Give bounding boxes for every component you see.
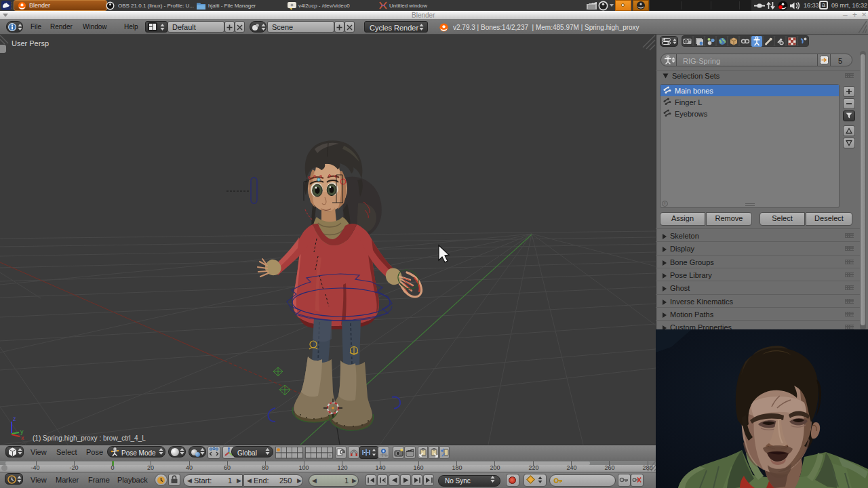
svg-text:x: x bbox=[21, 434, 24, 441]
svg-text:z: z bbox=[13, 415, 16, 422]
